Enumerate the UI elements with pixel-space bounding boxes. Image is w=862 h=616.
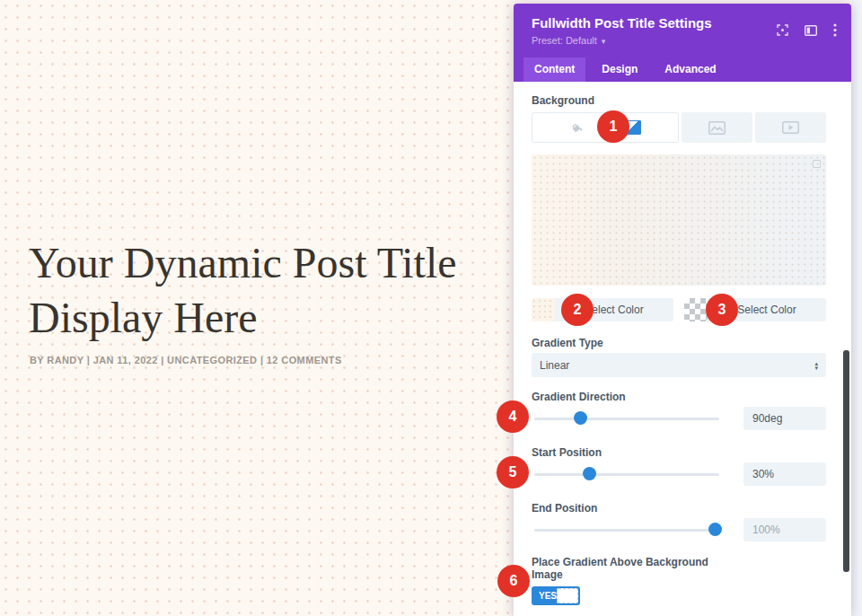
annotation-badge-4: 4 <box>497 400 529 433</box>
start-position-slider[interactable] <box>534 462 719 486</box>
post-title-line2: Display Here <box>29 290 532 345</box>
image-icon <box>708 121 726 135</box>
start-position-input[interactable]: 30% <box>743 462 826 486</box>
tab-advanced[interactable]: Advanced <box>654 57 726 82</box>
background-image-tab[interactable] <box>682 112 752 143</box>
post-title-line1: Your Dynamic Post Title <box>29 235 532 290</box>
slider-handle[interactable] <box>708 523 722 536</box>
kebab-menu-icon[interactable] <box>833 23 837 37</box>
end-position-label: End Position <box>532 502 826 515</box>
gradient-direction-slider[interactable] <box>534 407 719 430</box>
panel-scrollbar[interactable] <box>843 350 849 572</box>
background-section-label: Background <box>532 94 826 107</box>
screenshot-root: Your Dynamic Post Title Display Here BY … <box>0 0 862 616</box>
place-gradient-toggle[interactable]: YES <box>532 586 580 605</box>
slider-track[interactable] <box>534 529 719 532</box>
slider-track[interactable] <box>534 473 719 476</box>
annotation-badge-1: 1 <box>597 110 629 143</box>
start-position-row: 30% <box>532 462 826 486</box>
settings-tab-bar: Content Design Advanced <box>514 57 851 82</box>
gradient-start-color-row[interactable]: Select Color <box>532 298 673 321</box>
panel-body: Background <box>514 82 851 605</box>
gradient-direction-row: 90deg <box>532 407 826 430</box>
annotation-badge-3: 3 <box>706 294 738 326</box>
expand-modal-icon[interactable] <box>777 24 788 36</box>
gradient-direction-label: Gradient Direction <box>532 391 826 403</box>
place-gradient-label: Place Gradient Above Background Image <box>532 556 724 581</box>
background-type-tabs <box>532 112 826 143</box>
gradient-type-value: Linear <box>540 359 569 372</box>
panel-header: Fullwidth Post Title Settings Preset: De… <box>514 4 851 57</box>
start-position-label: Start Position <box>532 446 826 459</box>
header-actions <box>777 23 837 37</box>
paint-bucket-icon[interactable] <box>569 120 585 135</box>
gradient-type-select[interactable]: Linear ▴▾ <box>532 353 826 377</box>
end-position-row: 100% <box>532 518 826 541</box>
end-position-input[interactable]: 100% <box>743 518 826 541</box>
toggle-yes-label: YES <box>539 586 557 605</box>
builder-background-strip <box>851 0 862 616</box>
preset-selector[interactable]: Preset: Default ▾ <box>532 35 605 46</box>
annotation-badge-2: 2 <box>561 294 594 326</box>
gradient-preview <box>532 154 826 286</box>
post-meta: BY RANDY | JAN 11, 2022 | UNCATEGORIZED … <box>30 355 342 365</box>
video-icon <box>782 121 799 134</box>
annotation-badge-6: 6 <box>497 565 530 597</box>
gradient-direction-input[interactable]: 90deg <box>743 407 826 430</box>
snap-panel-icon[interactable] <box>805 25 817 36</box>
post-title: Your Dynamic Post Title Display Here <box>29 235 532 345</box>
slider-track[interactable] <box>534 418 719 420</box>
start-color-swatch[interactable] <box>532 298 555 321</box>
slider-handle[interactable] <box>574 411 587 425</box>
preset-label: Preset: Default <box>532 35 597 46</box>
select-arrows-icon: ▴▾ <box>814 361 818 370</box>
preview-swap-icon[interactable] <box>813 160 821 168</box>
gradient-type-label: Gradient Type <box>532 337 826 349</box>
end-color-swatch[interactable] <box>684 298 708 321</box>
slider-handle[interactable] <box>583 467 596 480</box>
background-video-tab[interactable] <box>755 112 826 143</box>
caret-down-icon: ▾ <box>602 37 606 46</box>
tab-content[interactable]: Content <box>523 57 585 82</box>
annotation-badge-5: 5 <box>497 456 529 488</box>
end-position-slider[interactable] <box>534 518 719 541</box>
tab-design[interactable]: Design <box>591 57 648 82</box>
toggle-knob[interactable] <box>557 588 578 603</box>
